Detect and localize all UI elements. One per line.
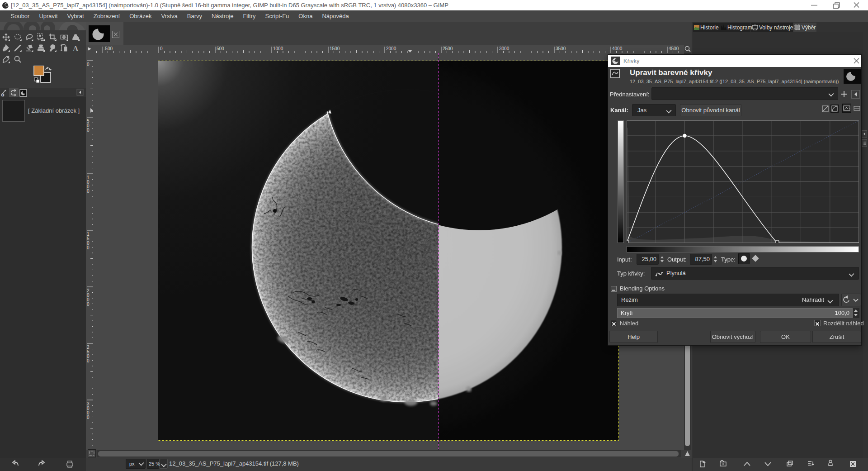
svg-text:3000: 3000 (499, 46, 509, 51)
svg-text:2500: 2500 (443, 46, 453, 51)
svg-text:1500: 1500 (330, 46, 340, 51)
svg-text:0: 0 (87, 302, 90, 307)
svg-text:Výběr: Výběr (802, 24, 816, 31)
svg-text:0: 0 (87, 62, 90, 67)
svg-text:Volby nástroje: Volby nástroje (759, 24, 793, 31)
svg-text:4500: 4500 (669, 46, 679, 51)
svg-text:0: 0 (87, 128, 90, 133)
svg-text:4000: 4000 (612, 46, 623, 51)
svg-text:A: A (73, 44, 79, 53)
svg-text:3500: 3500 (556, 46, 566, 51)
svg-text:500: 500 (217, 46, 224, 51)
svg-text:Historie: Historie (700, 24, 719, 31)
svg-text:0: 0 (87, 245, 90, 250)
svg-text:i: i (2, 94, 3, 97)
svg-text:0: 0 (87, 358, 90, 363)
svg-text:2000: 2000 (386, 46, 396, 51)
svg-text:-500: -500 (104, 46, 113, 51)
svg-text:0: 0 (87, 189, 90, 194)
svg-text:Histogram: Histogram (727, 24, 752, 31)
svg-text:0: 0 (160, 46, 163, 51)
svg-text:0: 0 (87, 415, 90, 420)
svg-text:1000: 1000 (273, 46, 283, 51)
